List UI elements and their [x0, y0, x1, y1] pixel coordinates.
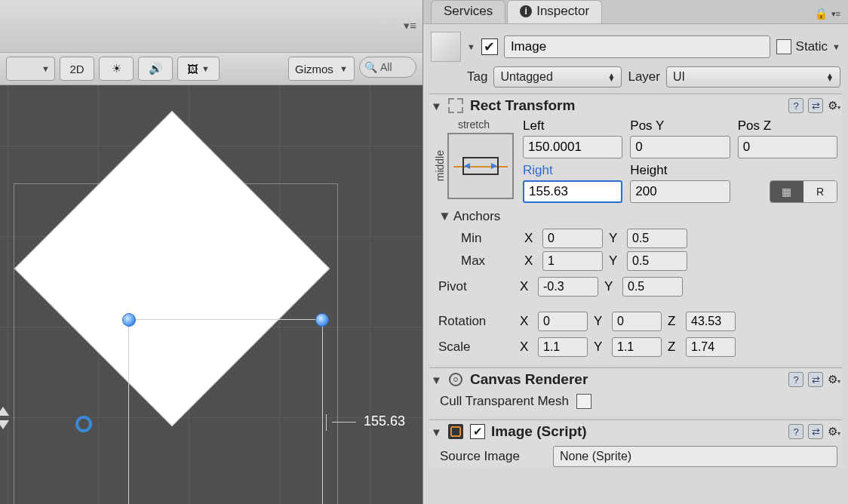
canvas-renderer-component: ▼ Canvas Renderer ? ⇄ ⚙▾ Cull Transparen… — [429, 367, 842, 416]
pivot-y[interactable] — [622, 277, 683, 297]
help-icon[interactable]: ? — [788, 98, 803, 113]
component-title: Rect Transform — [470, 97, 782, 114]
gameobject-icon[interactable] — [431, 32, 461, 62]
layer-dropdown[interactable]: UI▲▼ — [666, 66, 840, 88]
posy-label: Pos Y — [630, 118, 730, 134]
lock-icon[interactable]: 🔒 — [814, 7, 828, 20]
inspector-panel: Services i Inspector 🔒 ▾≡ ▼ ✔ — [422, 0, 848, 504]
foldout-icon[interactable]: ▼ — [431, 426, 441, 438]
foldout-icon[interactable]: ▼ — [431, 100, 441, 112]
gameobject-header: ▼ ✔ Static ▼ Tag Untagged▲▼ Layer — [429, 29, 842, 91]
component-enabled-checkbox[interactable]: ✔ — [470, 424, 485, 439]
component-title: Canvas Renderer — [470, 371, 782, 388]
static-dropdown[interactable]: ▼ — [832, 42, 840, 51]
anchor-max-y[interactable] — [627, 251, 687, 271]
gear-icon[interactable]: ⚙▾ — [828, 425, 840, 438]
active-checkbox[interactable]: ✔ — [481, 38, 498, 55]
pivot-label: Pivot — [438, 279, 514, 294]
resize-handle[interactable] — [315, 313, 329, 327]
source-image-field[interactable]: None (Sprite) — [553, 446, 837, 467]
rotation-z[interactable] — [686, 312, 736, 331]
cull-checkbox[interactable] — [576, 394, 591, 409]
scale-x[interactable] — [538, 337, 588, 357]
rotation-x[interactable] — [538, 312, 588, 331]
preset-icon[interactable]: ⇄ — [808, 424, 823, 439]
preset-icon[interactable]: ⇄ — [808, 98, 823, 113]
posy-input[interactable] — [630, 136, 730, 158]
source-image-label: Source Image — [440, 449, 545, 464]
shaded-dropdown[interactable]: ▼ — [6, 57, 55, 81]
help-icon[interactable]: ? — [788, 424, 803, 439]
anchor-min-x[interactable] — [542, 229, 603, 248]
left-label: Left — [523, 118, 622, 134]
image-script-icon — [447, 423, 464, 440]
gizmos-dropdown[interactable]: Gizmos▼ — [288, 57, 355, 81]
2d-toggle[interactable]: 2D — [60, 57, 94, 81]
right-input[interactable] — [523, 180, 622, 203]
scale-y[interactable] — [612, 337, 662, 357]
posz-input[interactable] — [738, 136, 837, 158]
icon-dropdown[interactable]: ▼ — [467, 42, 475, 51]
right-label: Right — [523, 163, 622, 178]
blueprint-toggle[interactable]: ▦ R — [770, 180, 837, 203]
toolbar-handle-icon[interactable]: ▾≡ — [404, 19, 416, 32]
anchor-side-label: middle — [434, 150, 446, 181]
tabbar: Services i Inspector 🔒 ▾≡ — [423, 0, 848, 24]
anchor-min-y[interactable] — [627, 229, 687, 248]
scene-view: ▾≡ ▼ 2D ☀ 🔊 🖼 ▼ Gizmos▼ 🔍 All — [0, 0, 422, 504]
max-label: Max — [461, 254, 518, 269]
static-checkbox[interactable] — [776, 39, 791, 54]
pivot-x[interactable] — [538, 277, 598, 297]
anchor-handle-left[interactable] — [0, 407, 11, 431]
min-label: Min — [461, 231, 518, 246]
anchor-top-label: stretch — [458, 118, 490, 131]
height-label: Height — [630, 163, 730, 178]
scene-toolbar: ▾≡ — [0, 0, 422, 53]
panel-menu-icon[interactable]: ▾≡ — [831, 9, 840, 19]
resize-handle[interactable] — [122, 313, 136, 327]
canvas-renderer-icon — [447, 371, 464, 388]
info-icon: i — [520, 5, 532, 17]
posz-label: Pos Z — [738, 118, 837, 134]
tab-services[interactable]: Services — [431, 0, 505, 23]
scale-label: Scale — [438, 340, 514, 355]
anchor-max-x[interactable] — [542, 251, 603, 271]
anchors-foldout[interactable]: ▼ — [438, 209, 449, 224]
anchors-label: Anchors — [453, 209, 500, 224]
tab-inspector[interactable]: i Inspector — [507, 0, 602, 23]
effects-dropdown[interactable]: 🖼 ▼ — [177, 57, 220, 81]
foldout-icon[interactable]: ▼ — [431, 373, 441, 386]
gear-icon[interactable]: ⚙▾ — [828, 99, 840, 112]
height-input[interactable] — [630, 180, 730, 203]
help-icon[interactable]: ? — [788, 372, 803, 387]
layer-label: Layer — [628, 69, 660, 85]
rotation-y[interactable] — [612, 312, 662, 331]
image-component: ▼ ✔ Image (Script) ? ⇄ ⚙▾ Source Image N… — [429, 419, 842, 467]
pivot-handle[interactable] — [75, 416, 92, 432]
component-title: Image (Script) — [491, 423, 782, 440]
preset-icon[interactable]: ⇄ — [808, 372, 823, 387]
dimension-label: 155.63 — [364, 413, 405, 429]
left-input[interactable] — [523, 136, 622, 158]
rotation-label: Rotation — [438, 314, 514, 329]
rect-transform-component: ▼ Rect Transform ? ⇄ ⚙▾ stretch — [429, 94, 842, 364]
scene-canvas[interactable]: 155.63 — [0, 85, 422, 504]
tag-label: Tag — [467, 69, 487, 85]
gameobject-name-input[interactable] — [504, 35, 770, 58]
lighting-toggle[interactable]: ☀ — [99, 57, 134, 81]
selection-bbox[interactable] — [128, 319, 323, 504]
static-label: Static — [796, 39, 828, 54]
cull-label: Cull Transparent Mesh — [440, 394, 569, 409]
anchor-preset-button[interactable] — [447, 133, 514, 199]
scale-z[interactable] — [686, 337, 736, 357]
rect-transform-icon — [447, 97, 464, 114]
scene-search[interactable]: 🔍 All — [359, 57, 416, 78]
gear-icon[interactable]: ⚙▾ — [828, 373, 840, 386]
tag-dropdown[interactable]: Untagged▲▼ — [493, 66, 622, 88]
audio-toggle[interactable]: 🔊 — [138, 57, 173, 81]
